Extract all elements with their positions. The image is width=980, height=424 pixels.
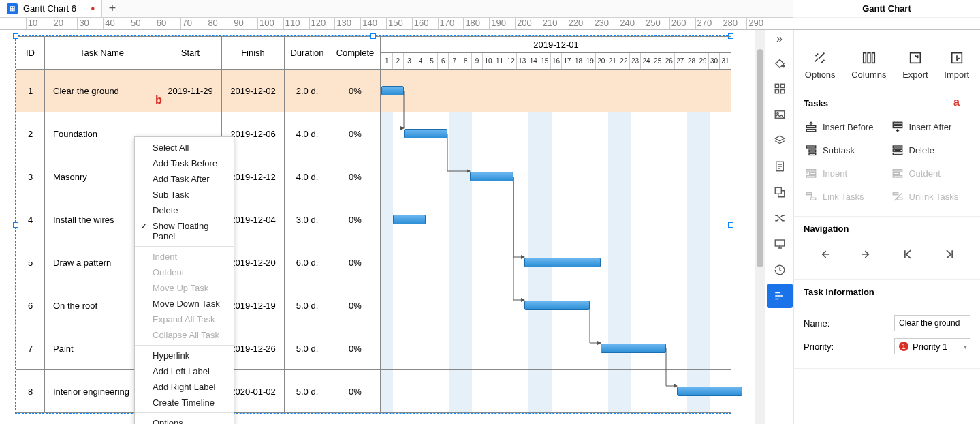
gantt-bar[interactable]	[404, 129, 447, 138]
nav-right-button[interactable]	[859, 247, 873, 263]
menu-item[interactable]: Delete	[135, 202, 234, 218]
collapse-panel-icon[interactable]: »	[776, 33, 783, 45]
indent-button: Indent	[804, 163, 885, 183]
day-header: 25	[652, 53, 664, 69]
timeline-row[interactable]	[381, 284, 731, 327]
menu-item[interactable]: Sub Task	[135, 187, 234, 202]
presentation-icon[interactable]	[767, 232, 793, 256]
subtask-button[interactable]: Subtask	[804, 140, 885, 160]
timeline-row[interactable]	[381, 327, 731, 370]
col-finish[interactable]: Finish	[222, 37, 285, 70]
gantt-bar[interactable]	[524, 301, 590, 310]
canvas[interactable]: ID Task Name Start Finish Duration Compl…	[0, 30, 765, 424]
col-start[interactable]: Start	[159, 37, 222, 70]
menu-item[interactable]: Add Right Label	[135, 379, 234, 395]
tab-title: Gantt Chart 6	[23, 3, 85, 14]
col-id[interactable]: ID	[16, 37, 45, 70]
extend-icon[interactable]	[767, 180, 793, 205]
svg-rect-34	[806, 176, 816, 177]
menu-item[interactable]: Options	[135, 415, 234, 424]
day-header: 9	[472, 53, 484, 69]
image-icon[interactable]	[767, 102, 793, 127]
nav-last-button[interactable]	[943, 247, 956, 263]
resize-handle[interactable]	[370, 33, 376, 39]
timeline-month: 2019-12-01	[381, 37, 731, 53]
svg-rect-35	[893, 170, 902, 171]
timeline-row[interactable]	[381, 241, 731, 284]
panel-title: Gantt Chart	[793, 0, 980, 18]
add-tab-button[interactable]: +	[102, 0, 123, 17]
menu-item[interactable]: Select All	[135, 140, 234, 155]
gantt-bar[interactable]	[601, 344, 666, 353]
gantt-object[interactable]: ID Task Name Start Finish Duration Compl…	[15, 35, 731, 414]
gantt-bar[interactable]	[677, 387, 742, 396]
priority-select[interactable]: 1 Priority 1 ▾	[894, 338, 970, 354]
nav-first-button[interactable]	[901, 247, 915, 263]
col-name[interactable]: Task Name	[45, 37, 159, 70]
menu-item[interactable]: Add Left Label	[135, 363, 234, 379]
resize-handle[interactable]	[13, 33, 18, 39]
table-row[interactable]: 1Clear the ground2019-11-292019-12-022.0…	[16, 70, 381, 112]
timeline-row[interactable]	[381, 370, 731, 413]
gantt-bar[interactable]	[524, 258, 601, 267]
scrollbar-thumb[interactable]	[757, 49, 763, 267]
delete-button[interactable]: Delete	[890, 140, 971, 160]
import-button[interactable]: Import	[944, 50, 969, 80]
gantt-bar[interactable]	[381, 86, 404, 95]
gantt-panel-icon[interactable]	[767, 284, 793, 308]
svg-rect-17	[868, 53, 870, 63]
priority-badge-icon: 1	[899, 342, 908, 351]
gantt-bar[interactable]	[393, 215, 426, 224]
col-duration[interactable]: Duration	[285, 37, 330, 70]
svg-rect-2	[780, 84, 784, 87]
grid-icon[interactable]	[767, 76, 793, 101]
gantt-bar[interactable]	[470, 172, 513, 181]
timeline-row[interactable]	[381, 112, 731, 155]
menu-item[interactable]: Show Floating Panel	[135, 218, 234, 244]
day-header: 12	[505, 53, 517, 69]
columns-button[interactable]: Columns	[851, 50, 886, 80]
menu-item[interactable]: Move Down Task	[135, 296, 234, 312]
col-complete[interactable]: Complete	[330, 37, 381, 70]
options-button[interactable]: Options	[805, 50, 836, 80]
day-header: 29	[697, 53, 709, 69]
timeline-row[interactable]	[381, 155, 731, 198]
timeline-row[interactable]	[381, 198, 731, 241]
timeline[interactable]: 2019-12-01 12345678910111213141516171819…	[381, 36, 731, 413]
name-label: Name:	[804, 318, 829, 329]
day-header: 27	[675, 53, 686, 69]
svg-rect-37	[893, 176, 902, 177]
menu-item[interactable]: Add Task Before	[135, 155, 234, 171]
svg-point-0	[782, 65, 784, 67]
resize-handle[interactable]	[13, 222, 18, 228]
svg-rect-22	[806, 130, 816, 132]
name-input[interactable]	[894, 315, 970, 331]
menu-item[interactable]: Create Timeline	[135, 395, 234, 410]
day-header: 4	[415, 53, 427, 69]
menu-item[interactable]: Hyperlink	[135, 348, 234, 363]
svg-rect-11	[775, 187, 781, 194]
menu-item: Indent	[135, 249, 234, 264]
svg-rect-30	[893, 153, 902, 155]
svg-rect-27	[809, 153, 816, 155]
menu-item: Expand All Task	[135, 312, 234, 327]
svg-rect-26	[809, 150, 816, 152]
svg-rect-39	[810, 198, 816, 200]
layers-icon[interactable]	[767, 128, 793, 153]
menu-item[interactable]: Add Task After	[135, 171, 234, 187]
timeline-row[interactable]	[381, 70, 731, 112]
vertical-scrollbar[interactable]	[755, 30, 765, 424]
history-icon[interactable]	[767, 258, 793, 282]
svg-rect-4	[780, 90, 784, 93]
insert-after-button[interactable]: Insert After	[890, 117, 971, 137]
export-button[interactable]: Export	[902, 50, 928, 80]
day-header: 14	[528, 53, 540, 69]
page-icon[interactable]	[767, 154, 793, 179]
shuffle-icon[interactable]	[767, 206, 793, 230]
day-header: 6	[438, 53, 449, 69]
insert-before-button[interactable]: Insert Before	[804, 117, 885, 137]
fill-icon[interactable]	[767, 50, 793, 75]
nav-left-button[interactable]	[818, 247, 832, 263]
menu-item: Outdent	[135, 264, 234, 280]
document-tab[interactable]: ⊞ Gantt Chart 6 •	[0, 0, 102, 17]
